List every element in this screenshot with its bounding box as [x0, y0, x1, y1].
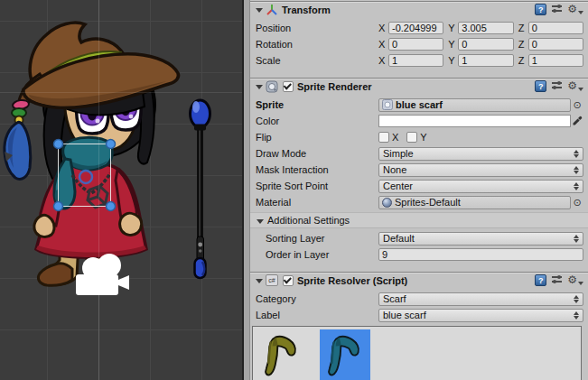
- sorting-layer-value: Default: [383, 233, 571, 244]
- sprite-renderer-header[interactable]: Sprite Renderer: [250, 78, 588, 94]
- position-x-field[interactable]: -0.204999: [388, 22, 443, 34]
- staff-sprite[interactable]: [191, 100, 210, 278]
- help-icon[interactable]: [535, 274, 546, 286]
- feather: [5, 122, 31, 179]
- foldout-arrow-icon[interactable]: [256, 85, 263, 89]
- material-sphere-icon: [382, 198, 392, 208]
- sprite-resolver-header[interactable]: c# Sprite Resolver (Script): [250, 272, 588, 288]
- sorting-layer-dropdown[interactable]: Default: [378, 232, 583, 246]
- material-label: Material: [256, 197, 378, 208]
- gear-icon[interactable]: [567, 4, 583, 15]
- additional-settings-foldout[interactable]: Additional Settings: [250, 212, 588, 228]
- presets-icon[interactable]: [551, 273, 563, 287]
- category-value: Scarf: [383, 293, 571, 304]
- position-z-field[interactable]: 0: [528, 22, 583, 34]
- thumbnail-green-scarf[interactable]: [257, 329, 307, 380]
- scale-label: Scale: [256, 55, 378, 66]
- sprite-renderer-title: Sprite Renderer: [297, 81, 372, 92]
- object-picker-icon[interactable]: [571, 196, 583, 209]
- scale-z-field[interactable]: 1: [528, 54, 583, 67]
- sprite-renderer-icon: [266, 80, 278, 93]
- flip-y-checkbox[interactable]: [406, 132, 417, 143]
- panel-divider[interactable]: [242, 0, 250, 380]
- sprite-resolver-title: Sprite Resolver (Script): [297, 275, 407, 286]
- sprite-sort-point-dropdown[interactable]: Center: [378, 180, 583, 193]
- dropdown-arrows-icon: [574, 182, 579, 190]
- axis-x-label: X: [378, 55, 386, 66]
- label-label: Label: [256, 310, 378, 320]
- flip-x-checkbox[interactable]: [378, 132, 389, 143]
- sprite-value: blue scarf: [396, 99, 443, 110]
- rotation-x-field[interactable]: 0: [388, 38, 443, 51]
- sprite-sort-point-label: Sprite Sort Point: [256, 181, 378, 191]
- mask-interaction-label: Mask Interaction: [256, 164, 378, 175]
- character-sprite[interactable]: [5, 23, 179, 285]
- scale-x-field[interactable]: 1: [388, 54, 443, 67]
- dropdown-arrows-icon: [574, 311, 579, 320]
- transform-row-scale: Scale X 1 Y 1 Z 1: [250, 52, 588, 69]
- sprite-thumb-icon: [382, 99, 393, 110]
- draw-mode-label: Draw Mode: [256, 148, 378, 159]
- dropdown-arrows-icon: [574, 166, 579, 174]
- transform-icon: [266, 4, 278, 16]
- sprite-field-row: Sprite blue scarf: [250, 97, 588, 113]
- csharp-script-icon: c#: [266, 274, 278, 286]
- scale-y-field[interactable]: 1: [458, 54, 513, 67]
- axis-x-label: X: [378, 39, 386, 50]
- sprite-object-field[interactable]: blue scarf: [378, 98, 571, 112]
- rotation-y-field[interactable]: 0: [458, 38, 513, 51]
- category-row: Category Scarf: [250, 291, 588, 307]
- axis-z-label: Z: [518, 23, 526, 33]
- flip-label: Flip: [256, 132, 378, 143]
- thumbnail-blue-scarf[interactable]: [320, 329, 370, 380]
- order-in-layer-label: Order in Layer: [256, 249, 378, 260]
- presets-icon[interactable]: [551, 79, 563, 93]
- material-object-field[interactable]: Sprites-Default: [378, 196, 571, 209]
- help-icon[interactable]: [535, 4, 546, 15]
- transform-row-position: Position X -0.204999 Y 3.005 Z 0: [250, 20, 588, 36]
- rotation-z-field[interactable]: 0: [528, 38, 583, 51]
- foldout-arrow-icon[interactable]: [256, 279, 263, 283]
- label-row: Label blue scarf: [250, 307, 588, 323]
- order-in-layer-field[interactable]: 9: [378, 248, 583, 261]
- color-swatch[interactable]: [378, 115, 571, 127]
- scene-view[interactable]: [0, 0, 242, 380]
- axis-x-label: X: [378, 23, 386, 33]
- flip-x-label: X: [392, 132, 398, 143]
- hat-beads: [12, 99, 30, 125]
- axis-y-label: Y: [448, 23, 455, 33]
- draw-mode-dropdown[interactable]: Simple: [378, 147, 583, 161]
- transform-header[interactable]: Transform: [250, 1, 588, 17]
- dropdown-arrows-icon: [574, 235, 579, 243]
- material-value: Sprites-Default: [395, 197, 461, 208]
- axis-y-label: Y: [448, 39, 455, 50]
- eyedropper-icon[interactable]: [571, 116, 583, 127]
- object-picker-icon[interactable]: [571, 98, 583, 111]
- foldout-arrow-icon[interactable]: [256, 8, 263, 13]
- foldout-arrow-icon[interactable]: [257, 219, 264, 224]
- category-dropdown[interactable]: Scarf: [378, 292, 583, 306]
- sorting-layer-label: Sorting Layer: [256, 233, 378, 244]
- gear-icon[interactable]: [567, 80, 583, 92]
- order-in-layer-row: Order in Layer 9: [250, 246, 588, 263]
- mask-interaction-dropdown[interactable]: None: [378, 163, 583, 177]
- label-dropdown[interactable]: blue scarf: [378, 309, 583, 322]
- axis-z-label: Z: [518, 39, 526, 50]
- flip-row: Flip X Y: [250, 129, 588, 145]
- sprite-sort-point-row: Sprite Sort Point Center: [250, 178, 588, 194]
- gear-icon[interactable]: [567, 274, 583, 286]
- camera-gizmo[interactable]: [76, 254, 129, 295]
- help-icon[interactable]: [535, 80, 546, 92]
- inspector-panel: Transform Position X -0.204999 Y 3.005: [250, 0, 588, 380]
- transform-title: Transform: [282, 5, 331, 15]
- sprite-label: Sprite: [256, 99, 378, 110]
- position-label: Position: [256, 23, 378, 33]
- component-enabled-checkbox[interactable]: [283, 275, 294, 286]
- draw-mode-row: Draw Mode Simple: [250, 145, 588, 162]
- presets-icon[interactable]: [551, 3, 563, 16]
- component-enabled-checkbox[interactable]: [283, 81, 294, 92]
- axis-z-label: Z: [518, 55, 526, 66]
- unity-editor-window: Transform Position X -0.204999 Y 3.005: [0, 0, 588, 380]
- rotation-label: Rotation: [256, 39, 378, 50]
- position-y-field[interactable]: 3.005: [458, 22, 513, 34]
